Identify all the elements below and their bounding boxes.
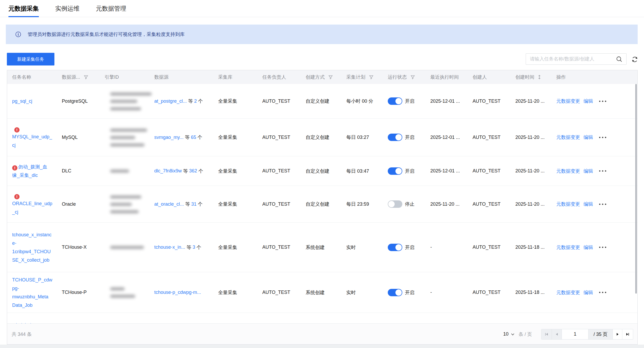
tab-label: 元数据采集 [8, 4, 39, 13]
status-toggle[interactable] [388, 244, 402, 251]
next-page-button[interactable] [613, 329, 622, 339]
last-page-button[interactable] [622, 329, 633, 339]
status-toggle[interactable] [388, 97, 402, 105]
source-count-unit: 个 [197, 168, 203, 174]
datasource-link[interactable]: tchouse-x_in... [154, 244, 185, 250]
metadata-change-link[interactable]: 元数据变更 [556, 168, 580, 174]
metadata-change-link[interactable]: 元数据变更 [556, 244, 580, 251]
task-name-link[interactable]: pg_sql_cj [12, 98, 32, 104]
column-header-10: 创建人 [473, 70, 487, 84]
table-row-partial: tch_job_l [7, 313, 637, 324]
metadata-change-link[interactable]: 元数据变更 [556, 289, 580, 296]
task-name-link[interactable]: ORACLE_line_udp _cj [12, 201, 52, 215]
toggle-knob [395, 168, 402, 174]
new-collection-task-button[interactable]: 新建采集任务 [7, 53, 54, 65]
last-run-time: - [430, 244, 432, 250]
filter-icon[interactable] [410, 75, 415, 79]
first-page-button[interactable] [542, 329, 552, 339]
refresh-icon[interactable] [631, 56, 638, 63]
source-count[interactable]: 65 [191, 135, 196, 140]
column-header-11: 创建时间 [515, 70, 541, 84]
more-actions-icon[interactable] [599, 101, 606, 102]
tab-0[interactable]: 元数据采集 [8, 0, 39, 17]
prev-page-button[interactable] [552, 329, 562, 339]
vertical-scrollbar[interactable] [635, 84, 637, 294]
metadata-change-link[interactable]: 元数据变更 [556, 98, 580, 104]
tab-label: 元数据管理 [96, 4, 126, 13]
toggle-knob [395, 244, 402, 251]
created-time: 2025-11-20 ... [515, 201, 545, 207]
task-name-link[interactable]: TCHOUSE_P_cdw pg- mwuznbhu_Meta Data_Job [12, 277, 52, 308]
more-actions-icon[interactable] [599, 247, 606, 248]
status-toggle[interactable] [388, 134, 402, 141]
source-count[interactable]: 362 [189, 168, 197, 174]
edit-link[interactable]: 编辑 [584, 289, 593, 296]
creator: AUTO_TEST [473, 168, 501, 174]
toggle-knob [395, 289, 402, 296]
sort-icon[interactable] [538, 75, 541, 79]
creation-mode: 系统创建 [306, 289, 325, 296]
tab-1[interactable]: 实例运维 [55, 0, 80, 17]
metadata-change-link[interactable]: 元数据变更 [556, 201, 580, 207]
edit-link[interactable]: 编辑 [584, 244, 593, 251]
page-input[interactable]: 1 [562, 329, 589, 339]
creation-mode: 系统创建 [306, 244, 325, 251]
banner-text: 管理员对数据源进行元数据采集后才能进行可视化管理，采集粒度支持到库 [28, 31, 185, 37]
creator: AUTO_TEST [473, 201, 501, 207]
more-actions-icon[interactable] [599, 137, 606, 138]
creation-mode: 自定义创建 [306, 201, 329, 207]
column-label: 任务名称 [12, 74, 31, 80]
status-toggle[interactable] [388, 200, 402, 208]
collection-scope: 全量采集 [218, 134, 237, 140]
column-label: 数据源... [62, 74, 80, 80]
column-header-2: 引擎ID [105, 70, 119, 84]
status-toggle[interactable] [388, 289, 402, 296]
creation-mode: 自定义创建 [306, 168, 329, 174]
edit-link[interactable]: 编辑 [584, 134, 593, 140]
status-toggle[interactable] [388, 167, 402, 175]
filter-icon[interactable] [84, 75, 88, 79]
collection-scope: 全量采集 [218, 289, 237, 296]
source-count-unit: 个 [196, 134, 202, 140]
task-name-link[interactable]: MYSQL_line_udp_ cj [12, 134, 52, 148]
task-name-link[interactable]: 勿动_拨测_血 缘_采集_dlc [12, 164, 47, 178]
engine-id-redacted [102, 119, 155, 156]
prev-page-icon [555, 332, 559, 336]
collection-scope: 全量采集 [218, 98, 237, 104]
more-actions-icon[interactable] [599, 292, 606, 293]
datasource-link[interactable]: svmgao_my... [154, 135, 184, 140]
datasource-link[interactable]: at_oracle_cl... [154, 201, 184, 207]
datasource-link[interactable]: at_postgre_cl... [154, 98, 187, 104]
status-label: 开启 [405, 168, 414, 174]
column-label: 创建方式 [306, 74, 325, 80]
edit-link[interactable]: 编辑 [584, 201, 593, 207]
source-count[interactable]: 31 [191, 201, 197, 207]
filter-icon[interactable] [369, 75, 374, 79]
metadata-change-link[interactable]: 元数据变更 [556, 134, 580, 140]
source-count[interactable]: 3 [193, 244, 195, 250]
datasource-link[interactable]: dlc_7fn8ix9w [154, 168, 182, 174]
datasource-type: MySQL [62, 135, 78, 140]
column-label: 引擎ID [105, 74, 119, 80]
task-name-link[interactable]: tchouse_x_instanc e- 1cribpw4_TCHOU SE_X… [12, 232, 52, 263]
datasource-link[interactable]: tchouse-p_cdwpg-m... [154, 290, 201, 295]
tab-2[interactable]: 元数据管理 [96, 0, 126, 17]
filter-icon[interactable] [328, 75, 333, 79]
source-count-prefix: 等 [182, 168, 189, 174]
source-count[interactable]: 2 [194, 98, 197, 104]
more-actions-icon[interactable] [599, 170, 606, 172]
more-actions-icon[interactable] [599, 204, 606, 205]
edit-link[interactable]: 编辑 [584, 168, 593, 174]
source-count-unit: 个 [195, 244, 201, 251]
column-label: 操作 [556, 74, 566, 80]
status-label: 开启 [405, 244, 414, 251]
total-count: 共 344 条 [12, 324, 32, 345]
search-icon[interactable] [616, 56, 623, 63]
page-size-select[interactable]: 10 [503, 331, 515, 337]
table-row: pg_sql_cjPostgreSQLat_postgre_cl... 等 2 … [7, 84, 637, 119]
last-run-time: 2025-12-01 ... [430, 168, 460, 174]
table-row: !MYSQL_line_udp_ cjMySQLsvmgao_my... 等 6… [7, 119, 637, 156]
search-input[interactable] [526, 56, 616, 62]
edit-link[interactable]: 编辑 [584, 98, 593, 104]
info-banner: 管理员对数据源进行元数据采集后才能进行可视化管理，采集粒度支持到库 [6, 25, 638, 44]
